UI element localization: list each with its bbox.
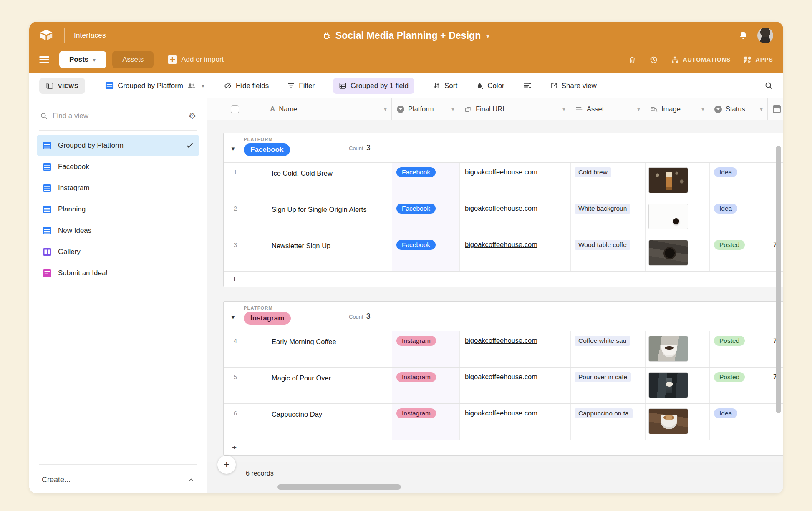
cell-status[interactable]: Idea xyxy=(709,404,768,440)
title-dropdown-caret-icon[interactable]: ▼ xyxy=(485,33,490,39)
add-record-row[interactable]: + xyxy=(224,271,783,287)
automations-button[interactable]: AUTOMATIONS xyxy=(671,55,731,64)
table-row[interactable]: 1 Ice Cold, Cold Brew Facebook bigoakcof… xyxy=(224,162,783,199)
search-button[interactable] xyxy=(764,81,773,90)
column-header-final-url[interactable]: Final URL ▼ xyxy=(459,98,570,120)
url-link[interactable]: bigoakcoffeehouse.com xyxy=(465,241,537,249)
column-header-image[interactable]: Image ▼ xyxy=(645,98,709,120)
column-header-asset[interactable]: Asset ▼ xyxy=(570,98,645,120)
cell-status[interactable]: Idea xyxy=(709,163,768,199)
table-row[interactable]: 2 Sign Up for Single Origin Alerts Faceb… xyxy=(224,199,783,235)
cell-platform[interactable]: Instagram xyxy=(392,404,459,440)
sidebar-item-grouped-by-platform[interactable]: Grouped by Platform xyxy=(37,135,199,156)
notifications-bell-icon[interactable] xyxy=(738,30,748,40)
cell-asset[interactable]: Cold brew xyxy=(570,163,645,199)
cell-name[interactable]: 3 Newsletter Sign Up xyxy=(224,235,392,271)
row-height-button[interactable] xyxy=(523,81,532,90)
hide-fields-button[interactable]: Hide fields xyxy=(224,82,269,90)
table-row[interactable]: 5 Magic of Pour Over Instagram bigoakcof… xyxy=(224,367,783,403)
select-all-checkbox[interactable] xyxy=(231,105,239,113)
tab-caret-icon[interactable]: ▼ xyxy=(92,58,96,63)
airtable-logo-icon[interactable] xyxy=(39,29,53,42)
cell-final-url[interactable]: bigoakcoffeehouse.com xyxy=(459,235,570,271)
pour-over-photo[interactable] xyxy=(648,372,688,398)
table-row[interactable]: 6 Cappuccino Day Instagram bigoakcoffeeh… xyxy=(224,403,783,440)
cell-name[interactable]: 4 Early Morning Coffee xyxy=(224,331,392,367)
column-caret-icon[interactable]: ▼ xyxy=(451,107,455,112)
sidebar-item-instagram[interactable]: Instagram xyxy=(37,177,199,199)
vertical-scrollbar[interactable] xyxy=(776,146,781,413)
sidebar-item-facebook[interactable]: Facebook xyxy=(37,156,199,177)
column-caret-icon[interactable]: ▼ xyxy=(701,107,705,112)
apps-button[interactable]: APPS xyxy=(743,55,773,64)
cell-status[interactable]: Posted xyxy=(709,331,768,367)
cell-asset[interactable]: White backgroun xyxy=(570,199,645,235)
url-link[interactable]: bigoakcoffeehouse.com xyxy=(465,373,537,381)
cell-status[interactable]: Posted xyxy=(709,235,768,271)
cell-name[interactable]: 6 Cappuccino Day xyxy=(224,404,392,440)
cell-image[interactable] xyxy=(645,235,709,271)
cell-name[interactable]: 1 Ice Cold, Cold Brew xyxy=(224,163,392,199)
collapse-group-icon[interactable]: ▼ xyxy=(230,146,236,152)
cell-platform[interactable]: Facebook xyxy=(392,199,459,235)
chevron-up-icon[interactable] xyxy=(188,477,194,483)
sidebar-item-planning[interactable]: Planning xyxy=(37,199,199,220)
share-view-button[interactable]: Share view xyxy=(550,82,597,90)
sidebar-item-gallery[interactable]: Gallery xyxy=(37,241,199,262)
tab-assets[interactable]: Assets xyxy=(112,51,154,68)
column-header-name[interactable]: A Name ▼ xyxy=(207,98,391,120)
url-link[interactable]: bigoakcoffeehouse.com xyxy=(465,409,537,417)
cell-final-url[interactable]: bigoakcoffeehouse.com xyxy=(459,331,570,367)
collapse-group-icon[interactable]: ▼ xyxy=(230,314,236,320)
cell-asset[interactable]: Coffee white sau xyxy=(570,331,645,367)
url-link[interactable]: bigoakcoffeehouse.com xyxy=(465,204,537,212)
table-row[interactable]: 4 Early Morning Coffee Instagram bigoakc… xyxy=(224,331,783,367)
cell-image[interactable] xyxy=(645,199,709,235)
cell-platform[interactable]: Instagram xyxy=(392,331,459,367)
white-cup-photo[interactable] xyxy=(648,204,688,229)
coffee-saucer-photo[interactable] xyxy=(648,336,688,362)
add-record-button[interactable]: + xyxy=(217,456,236,474)
sort-button[interactable]: Sort xyxy=(433,82,457,90)
column-header-date[interactable] xyxy=(767,98,783,120)
column-caret-icon[interactable]: ▼ xyxy=(636,107,641,112)
interfaces-link[interactable]: Interfaces xyxy=(74,31,106,40)
cell-asset[interactable]: Pour over in cafe xyxy=(570,368,645,403)
column-header-status[interactable]: Status ▼ xyxy=(709,98,767,120)
url-link[interactable]: bigoakcoffeehouse.com xyxy=(465,337,537,345)
history-icon[interactable] xyxy=(649,55,658,64)
user-avatar[interactable] xyxy=(757,28,773,43)
cell-asset[interactable]: Wood table coffe xyxy=(570,235,645,271)
cell-platform[interactable]: Facebook xyxy=(392,163,459,199)
column-caret-icon[interactable]: ▼ xyxy=(759,107,764,112)
tab-posts[interactable]: Posts ▼ xyxy=(59,51,106,68)
horizontal-scrollbar[interactable] xyxy=(277,484,401,490)
cell-final-url[interactable]: bigoakcoffeehouse.com xyxy=(459,163,570,199)
color-button[interactable]: Color xyxy=(476,82,504,90)
find-view-input[interactable] xyxy=(53,112,184,120)
cell-platform[interactable]: Instagram xyxy=(392,368,459,403)
sidebar-item-submit-an-idea[interactable]: Submit an Idea! xyxy=(37,262,199,284)
cell-final-url[interactable]: bigoakcoffeehouse.com xyxy=(459,199,570,235)
cell-final-url[interactable]: bigoakcoffeehouse.com xyxy=(459,404,570,440)
cell-status[interactable]: Idea xyxy=(709,199,768,235)
view-settings-gear-icon[interactable]: ⚙ xyxy=(189,112,196,120)
add-or-import-button[interactable]: Add or import xyxy=(168,55,224,64)
add-record-row[interactable]: + xyxy=(224,440,783,455)
filter-button[interactable]: Filter xyxy=(287,82,315,90)
views-toggle-button[interactable]: VIEWS xyxy=(39,78,85,94)
menu-hamburger-icon[interactable] xyxy=(39,56,49,63)
cell-name[interactable]: 2 Sign Up for Single Origin Alerts xyxy=(224,199,392,235)
cell-image[interactable] xyxy=(645,404,709,440)
wood-table-photo[interactable] xyxy=(648,240,688,266)
table-row[interactable]: 3 Newsletter Sign Up Facebook bigoakcoff… xyxy=(224,235,783,271)
base-title[interactable]: Social Media Planning + Design ▼ xyxy=(322,30,491,41)
cell-image[interactable] xyxy=(645,368,709,403)
find-view-search[interactable]: ⚙ xyxy=(29,108,207,124)
cell-final-url[interactable]: bigoakcoffeehouse.com xyxy=(459,368,570,403)
cell-status[interactable]: Posted xyxy=(709,368,768,403)
cell-name[interactable]: 5 Magic of Pour Over xyxy=(224,368,392,403)
cell-platform[interactable]: Facebook xyxy=(392,235,459,271)
sidebar-item-new-ideas[interactable]: New Ideas xyxy=(37,220,199,241)
trash-icon[interactable] xyxy=(628,55,637,64)
